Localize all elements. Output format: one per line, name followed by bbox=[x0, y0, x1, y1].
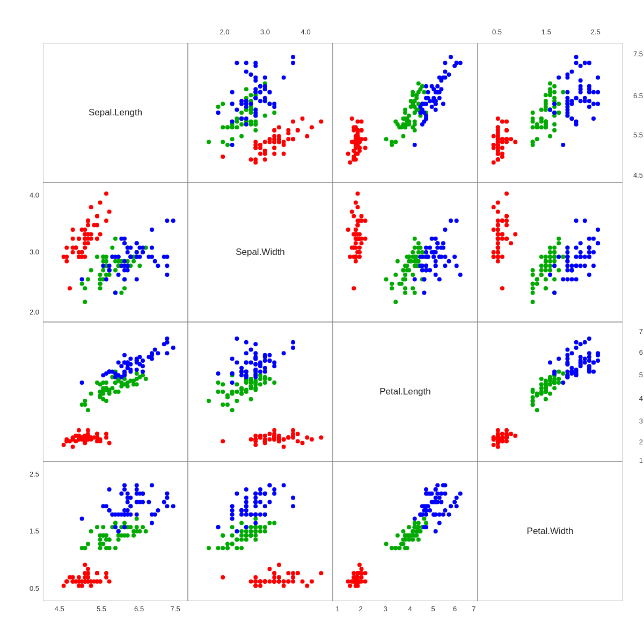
right-tick: 4 bbox=[639, 394, 643, 402]
right-tick: 7.5 bbox=[633, 50, 643, 58]
top-tick: 2.0 bbox=[219, 28, 229, 36]
left-tick: 1.5 bbox=[30, 527, 39, 535]
left-tick: 3.0 bbox=[30, 248, 39, 256]
bottom-tick: 1 bbox=[335, 605, 339, 613]
left-axis: 4.0 3.0 2.0 2.5 1.5 0.5 bbox=[0, 43, 42, 601]
left-tick: 2.5 bbox=[30, 470, 39, 478]
right-tick: 4.5 bbox=[633, 171, 643, 179]
right-tick: 3 bbox=[639, 417, 643, 425]
top-tick: 2.5 bbox=[591, 28, 601, 36]
bottom-tick: 7 bbox=[472, 605, 475, 613]
scatter-canvas bbox=[43, 43, 623, 601]
chart-container: 2.0 3.0 4.0 0.5 1.5 2.5 7.5 6.5 5.5 4.5 … bbox=[0, 0, 644, 644]
right-tick: 6.5 bbox=[633, 92, 643, 100]
top-tick: 4.0 bbox=[301, 28, 311, 36]
right-tick: 7 bbox=[639, 327, 643, 335]
bottom-tick: 6.5 bbox=[134, 605, 144, 613]
scatter-grid-area bbox=[43, 43, 623, 601]
bottom-axis: 4.5 5.5 6.5 7.5 1 2 3 4 5 6 7 bbox=[43, 602, 623, 644]
right-tick: 1 bbox=[639, 456, 643, 464]
top-tick: 1.5 bbox=[541, 28, 551, 36]
left-tick: 0.5 bbox=[30, 584, 39, 592]
left-tick: 2.0 bbox=[30, 308, 39, 316]
right-tick: 5.5 bbox=[633, 131, 643, 139]
bottom-tick: 3 bbox=[384, 605, 387, 613]
bottom-tick: 2 bbox=[359, 605, 363, 613]
top-tick: 0.5 bbox=[492, 28, 502, 36]
bottom-tick: 6 bbox=[453, 605, 457, 613]
bottom-tick: 4 bbox=[408, 605, 412, 613]
right-tick: 6 bbox=[639, 348, 643, 356]
top-axis: 2.0 3.0 4.0 0.5 1.5 2.5 bbox=[43, 28, 623, 42]
left-tick: 4.0 bbox=[30, 191, 39, 199]
right-axis: 7.5 6.5 5.5 4.5 7 6 5 4 3 2 1 bbox=[624, 43, 644, 601]
bottom-tick: 5 bbox=[431, 605, 435, 613]
bottom-tick: 7.5 bbox=[171, 605, 180, 613]
bottom-tick: 5.5 bbox=[97, 605, 106, 613]
right-tick: 5 bbox=[639, 371, 643, 379]
bottom-tick: 4.5 bbox=[55, 605, 64, 613]
right-tick: 2 bbox=[639, 438, 643, 446]
top-tick: 3.0 bbox=[260, 28, 270, 36]
